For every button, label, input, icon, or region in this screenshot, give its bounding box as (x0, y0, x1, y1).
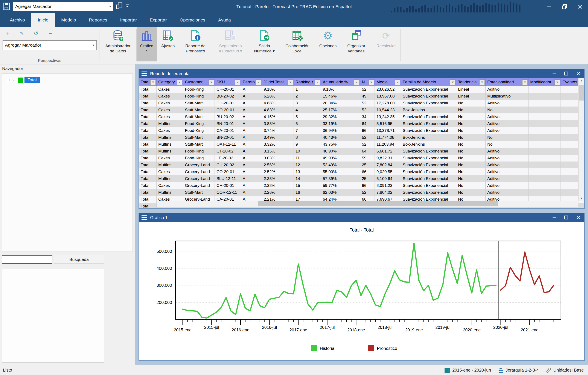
table-row[interactable]: TotalCakesStuff-MartCH-20-01A4.88%320.34… (139, 100, 584, 106)
table-row[interactable]: TotalCakesFood-KingBU-20-02A6.28%215.46%… (139, 93, 584, 100)
vertical-scrollbar[interactable]: ∧ ∨ (578, 78, 584, 201)
remove-perspective-button[interactable]: − (46, 29, 54, 38)
ribbon-button-organizar[interactable]: Organizarventanas (341, 27, 372, 62)
filter-dropdown-icon[interactable]: ∨ (368, 79, 374, 85)
tree-expander-icon[interactable]: + (7, 78, 11, 82)
table-row[interactable]: TotalMuffinsStuff-MartBN-20-01A3.49%840.… (139, 134, 584, 141)
filter-dropdown-icon[interactable]: ∨ (235, 79, 240, 85)
minimize-button[interactable] (550, 71, 558, 77)
restore-button[interactable] (560, 2, 569, 11)
report-window-titlebar[interactable]: Reporte de jerarquía (139, 69, 584, 78)
ribbon-button-salida[interactable]: SalidaNumérica ▾ (249, 27, 280, 62)
ribbon-button-opciones[interactable]: ⚙Opciones (315, 27, 341, 62)
column-header-total[interactable]: Total∨ (139, 78, 157, 86)
column-header-customer[interactable]: Customer∨ (183, 78, 215, 86)
table-row[interactable]: TotalMuffinsStuff-MartCOR-12-11A2.26%166… (139, 189, 584, 196)
table-row[interactable]: TotalMuffinsGrocery-LandCH-20-02A2.56%12… (139, 162, 584, 168)
table-row[interactable]: TotalCakesGrocery-LandCH-20-01A2.38%1559… (139, 182, 584, 189)
table-row[interactable]: TotalMuffinsFood-KingBN-20-01A3.88%633.1… (139, 120, 584, 127)
table-row[interactable]: TotalCakesStuff-MartBU-20-02A4.15%529.32… (139, 113, 584, 120)
tree-item-label[interactable]: Total (24, 77, 40, 83)
save-icon[interactable] (2, 2, 11, 11)
close-button[interactable] (575, 2, 585, 11)
column-header-sku[interactable]: SKU∨ (215, 78, 241, 86)
table-row[interactable]: TotalCakesFood-KingLE-20-02A3.03%1149.93… (139, 155, 584, 162)
filter-dropdown-icon[interactable]: ∨ (479, 79, 485, 85)
scrollbar-thumb[interactable] (258, 201, 498, 206)
table-row[interactable]: TotalCakesFood-KingCA-20-01A3.74%736.94%… (139, 127, 584, 134)
ribbon-button-reporte-de[interactable]: iReporte dePronóstico (179, 27, 212, 62)
filter-dropdown-icon[interactable]: ∨ (522, 79, 528, 85)
cell: Total (139, 155, 157, 162)
bookmark-combo[interactable]: Agregar Marcador ▾ (13, 2, 113, 11)
column-header-tendencia[interactable]: Tendencia∨ (456, 78, 485, 86)
filter-dropdown-icon[interactable]: ∨ (555, 79, 560, 85)
cell: 12 (294, 162, 321, 168)
menu-tab-reportes[interactable]: Reportes (83, 13, 114, 27)
add-perspective-button[interactable]: ＋ (3, 29, 12, 38)
column-header-n[interactable]: N∨ (360, 78, 375, 86)
cell: Aditivo (485, 100, 528, 106)
scroll-down-icon[interactable]: ∨ (578, 195, 584, 201)
ribbon-button-colaboración[interactable]: XColaboraciónExcel (280, 27, 315, 62)
minimize-button[interactable] (544, 2, 554, 11)
menu-tab-importar[interactable]: Importar (114, 13, 143, 27)
table-row[interactable]: TotalMuffinsStuff-MartOAT-12-11A3.32%943… (139, 141, 584, 148)
menu-tab-inicio[interactable]: Inicio (31, 13, 55, 27)
table-row[interactable]: TotalCakesGrocery-LandCO-20-01A2.52%1355… (139, 168, 584, 175)
chart-window-titlebar[interactable]: Gráfico 1 (139, 213, 584, 222)
filter-dropdown-icon[interactable]: ∨ (209, 79, 214, 85)
table-row[interactable]: TotalCakesFood-KingCH-20-01A9.18%19.18%5… (139, 86, 584, 93)
filter-dropdown-icon[interactable]: ∨ (256, 79, 261, 85)
filter-dropdown-icon[interactable]: ∨ (315, 79, 320, 85)
menu-tab-operaciones[interactable]: Operaciones (173, 13, 212, 27)
scrollbar-thumb[interactable] (579, 85, 584, 101)
ribbon-button-ajustes[interactable]: Ajustes (157, 27, 179, 62)
tree-item-total[interactable]: + ·· Total (2, 74, 133, 83)
table-row[interactable]: TotalMuffinsGrocery-LandBLU-12-11A2.38%1… (139, 175, 584, 182)
menu-tab-ayuda[interactable]: Ayuda (212, 13, 237, 27)
perspective-combo[interactable]: Agregar Marcador ▾ (3, 40, 97, 50)
close-button[interactable] (575, 71, 582, 77)
filter-dropdown-icon[interactable]: ∨ (395, 79, 400, 85)
column-header-category[interactable]: Category∨ (157, 78, 183, 86)
cell: CH-20-02 (215, 162, 241, 168)
cell: 66 (360, 168, 375, 175)
column-header-media[interactable]: Media∨ (375, 78, 401, 86)
customize-toolbar-icon[interactable] (125, 4, 130, 9)
table-row[interactable]: TotalCakesStuff-MartCO-20-01A4.83%425.17… (139, 106, 584, 113)
ribbon-button-administrador[interactable]: Administradorde Datos (99, 27, 136, 62)
column-header--del-total[interactable]: % del Total∨ (262, 78, 294, 86)
scroll-up-icon[interactable]: ∧ (578, 78, 584, 84)
column-header-label: Pareto (243, 80, 256, 84)
new-window-icon[interactable] (116, 2, 123, 11)
menu-tab-archivo[interactable]: Archivo (3, 13, 31, 27)
edit-perspective-button[interactable]: ✎ (18, 29, 26, 38)
window-menu-icon[interactable] (142, 72, 147, 76)
filter-dropdown-icon[interactable]: ∨ (354, 79, 359, 85)
minimize-button[interactable] (550, 214, 558, 221)
ribbon-button-gráfico[interactable]: Gráfico▾ (136, 27, 157, 62)
column-header-estacionalidad[interactable]: Estacionalidad∨ (485, 78, 528, 86)
column-header-pareto[interactable]: Pareto∨ (241, 78, 262, 86)
column-header-familia-de-modelo[interactable]: Familia de Modelo∨ (401, 78, 456, 86)
column-header-acumulado-[interactable]: Acumulado %∨ (321, 78, 360, 86)
column-header-modificador[interactable]: Modificador∨ (528, 78, 561, 86)
horizontal-scrollbar[interactable] (157, 201, 578, 207)
close-button[interactable] (575, 214, 582, 221)
undo-button[interactable]: ↺ (32, 29, 40, 38)
menu-tab-modelo[interactable]: Modelo (55, 13, 83, 27)
maximize-button[interactable] (562, 71, 570, 77)
table-row[interactable]: TotalMuffinsFood-KingCT-20-02A3.15%1046.… (139, 148, 584, 155)
cell: 46.90% (321, 148, 360, 155)
filter-dropdown-icon[interactable]: ∨ (177, 79, 182, 85)
filter-dropdown-icon[interactable]: ∨ (450, 79, 455, 85)
search-button[interactable]: Búsqueda (54, 255, 104, 264)
filter-dropdown-icon[interactable]: ∨ (150, 79, 156, 85)
window-menu-icon[interactable] (142, 215, 147, 220)
menu-tab-exportar[interactable]: Exportar (143, 13, 173, 27)
search-input[interactable] (2, 255, 52, 264)
maximize-button[interactable] (562, 214, 570, 221)
column-header-ranking-[interactable]: Ranking ↑∨ (294, 78, 321, 86)
filter-dropdown-icon[interactable]: ∨ (288, 79, 293, 85)
